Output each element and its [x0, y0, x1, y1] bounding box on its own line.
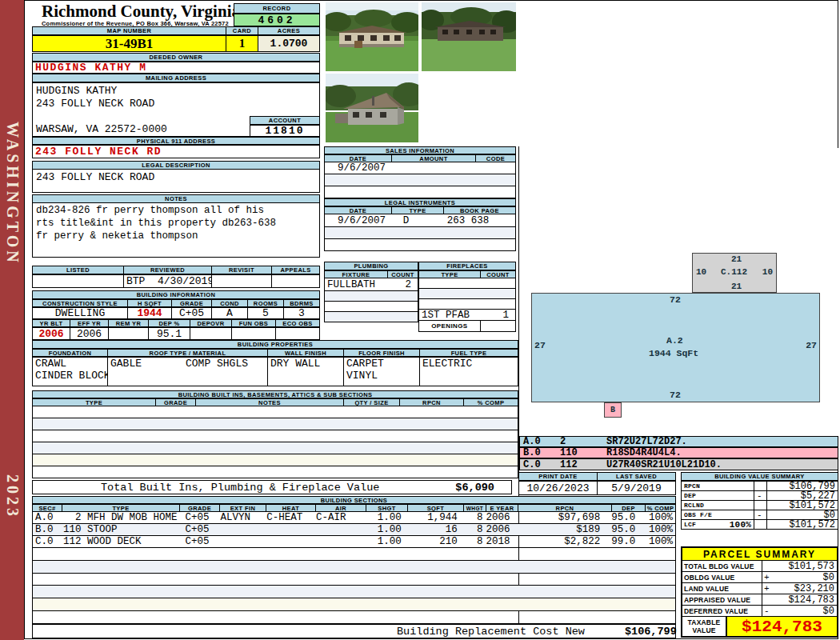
map-card-acres-header: MAP NUMBER CARD ACRES	[32, 26, 320, 35]
taxable-value-label: TAXABLE VALUE	[682, 617, 727, 636]
bvs-row: LCF 100% $101,572	[681, 519, 838, 530]
depovr-label: DEPOVR	[190, 319, 232, 327]
yrblt-value: 2006	[32, 327, 70, 340]
legend-code: C.0	[520, 459, 560, 470]
listed-label: LISTED	[32, 266, 124, 274]
fireplaces-title: FIREPLACES	[418, 262, 516, 270]
empty-row	[33, 466, 518, 478]
fixture-label: FIXTURE	[324, 270, 388, 278]
builtins-grade-label: GRADE	[156, 398, 196, 406]
property-record-card: { "sidebar": { "district": "WASHINGTON",…	[0, 0, 840, 640]
taxable-value: $124,783	[727, 617, 837, 636]
parcel-row: APPRAISED VALUE $124,783	[682, 594, 837, 606]
rooms-label: ROOMS	[248, 299, 284, 307]
cond-label: COND	[212, 299, 248, 307]
empty-row	[33, 406, 518, 418]
legend-num: 2	[560, 436, 606, 447]
physical-address-label: PHYSICAL 911 ADDRESS	[32, 137, 320, 145]
whgt-col: WHGT	[464, 504, 486, 512]
building-information-title: BUILDING INFORMATION	[32, 290, 320, 299]
map-number-label: MAP NUMBER	[32, 26, 226, 35]
sketch-area: 21 10 C.112 10 21 72 27 A.2 1944 SqFt 27…	[519, 148, 838, 436]
empty-row	[33, 598, 675, 611]
builtins-comp-label: % COMP	[464, 398, 518, 406]
sketch-a-right: 27	[806, 340, 817, 350]
sketch-legend-row-b: B.0 110 R18SD4R4U4L4.	[519, 447, 838, 458]
replacement-cost-value: $106,799	[625, 626, 677, 638]
sketch-legend-row-c: C.0 112 U27R40SR21U10L21D10.	[519, 458, 838, 470]
parcel-row: LAND VALUE + $23,210	[682, 583, 837, 594]
legend-num: 112	[560, 459, 606, 470]
plumbing-rows: FULLBATH 2	[324, 278, 418, 322]
sales-info-title: SALES INFORMATION	[324, 146, 516, 154]
openings-label: OPENINGS	[419, 322, 480, 330]
building-info-header-2: YR BLT EFF YR REM YR DEP % DEPOVR FUN OB…	[32, 319, 320, 327]
wall-finish-value: DRY WALL	[268, 357, 344, 386]
rooms-value: 5	[248, 307, 284, 319]
property-photo-front	[326, 2, 418, 71]
empty-row	[33, 611, 675, 624]
rpcn-col: RPCN	[518, 504, 612, 512]
sketch-a-top: 72	[670, 294, 681, 305]
review-values: BTP 4/30/2019	[32, 274, 320, 288]
fixture-value: FULLBATH	[325, 279, 405, 290]
empty-row	[325, 227, 515, 239]
construction-style-label: CONSTRUCTION STYLE	[32, 299, 128, 307]
fireplace-count-value: 1	[502, 310, 515, 321]
district-name: WASHINGTON	[3, 122, 22, 266]
builtins-notes-label: NOTES	[196, 398, 344, 406]
dep-col: DEP	[612, 504, 646, 512]
property-photo-side	[326, 74, 418, 142]
hsqft-value: 1944	[128, 307, 172, 319]
sales-rows: 9/6/2007	[324, 162, 516, 198]
bvs-sign	[754, 519, 767, 530]
grade-col: GRADE	[180, 504, 220, 512]
building-value-summary-rows: RPCN $106,799 DEP - $5,227 RCLND $101,57…	[681, 481, 838, 530]
fireplace-type-value: 1ST PFAB	[419, 310, 502, 321]
fireplaces-header: TYPE COUNT	[418, 270, 516, 278]
sketch-a-bottom: 72	[670, 390, 681, 400]
grade-value: C+05	[172, 307, 212, 319]
parcel-row: DEFERRED VALUE - $0	[682, 606, 837, 617]
mailing-line-1: HUDGINS KATHY	[33, 83, 319, 97]
tax-year: 2023	[3, 474, 22, 519]
grade-label: GRADE	[172, 299, 212, 307]
sales-amount-label: AMOUNT	[392, 154, 476, 162]
sales-date-label: DATE	[324, 154, 392, 162]
fireplace-type-label: TYPE	[418, 270, 481, 278]
last-saved-value: 5/9/2019	[598, 481, 676, 495]
remyr-label: REM YR	[109, 319, 149, 327]
revisit-value	[212, 274, 272, 288]
empty-row	[33, 454, 518, 466]
print-info-header: PRINT DATE LAST SAVED	[518, 472, 676, 481]
air-col: AIR	[316, 504, 366, 512]
sales-row: 9/6/2007	[325, 162, 515, 174]
section-row: C.0 112 WOOD DECK C+05 1.00 210 8 2018 $…	[33, 536, 675, 548]
instrument-date-label: DATE	[324, 206, 392, 214]
heat-col: HEAT	[266, 504, 316, 512]
extfin-col: EXT FIN	[220, 504, 266, 512]
district-sidebar: WASHINGTON 2023	[0, 0, 24, 640]
deeded-owner-label: DEEDED OWNER	[32, 53, 320, 62]
roof-label: ROOF TYPE / MATERIAL	[108, 349, 268, 357]
building-value-summary-title: BUILDING VALUE SUMMARY	[681, 472, 838, 481]
reviewed-label: REVIEWED	[124, 266, 212, 274]
print-date-value: 10/26/2023	[518, 481, 598, 495]
replacement-cost-label: Building Replacement Cost New	[397, 626, 585, 638]
bvs-value: $101,572	[767, 519, 838, 530]
shgt-col: SHGT	[366, 504, 408, 512]
empty-row	[33, 561, 675, 574]
eyear-col: E YEAR	[486, 504, 518, 512]
dep-value: 95.1	[149, 327, 190, 340]
appeals-value	[272, 274, 320, 288]
comp-col: % COMP	[646, 504, 676, 512]
remyr-value	[109, 327, 149, 340]
appeals-label: APPEALS	[272, 266, 320, 274]
legal-description-label: LEGAL DESCRIPTION	[33, 162, 319, 170]
foundation-value: CRAWLCINDER BLOCK	[32, 357, 108, 386]
hsqft-label: H SQFT	[128, 299, 172, 307]
builtins-qty-label: QTY / SIZE	[344, 398, 400, 406]
empty-row	[33, 442, 518, 454]
ecoobs-label: ECO OBS	[276, 319, 320, 327]
fuel-type-label: FUEL TYPE	[420, 349, 518, 357]
